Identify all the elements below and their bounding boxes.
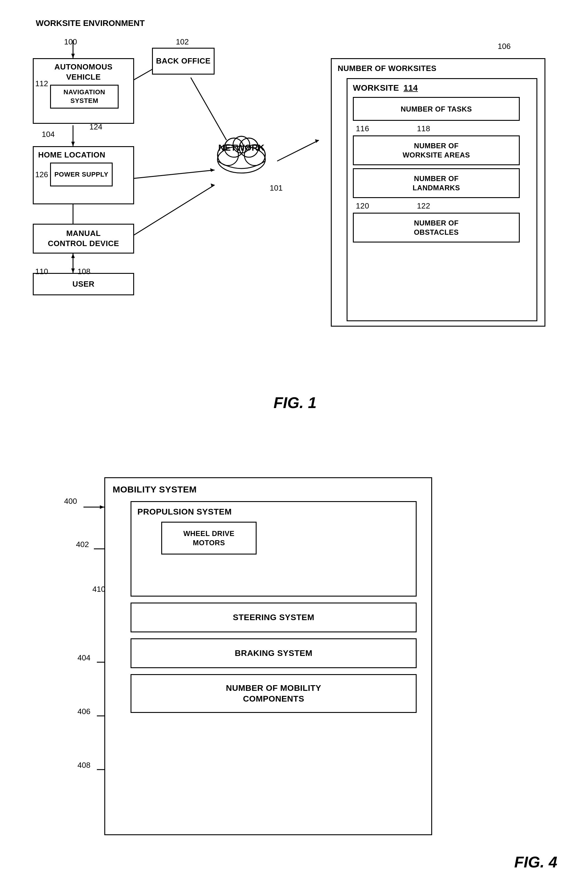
num-tasks-box: NUMBER OF TASKS bbox=[353, 97, 520, 121]
navigation-system-box: NAVIGATION SYSTEM bbox=[50, 85, 118, 108]
svg-marker-18 bbox=[211, 184, 214, 187]
svg-line-14 bbox=[191, 78, 226, 140]
autonomous-vehicle-box: AUTONOMOUS VEHICLE NAVIGATION SYSTEM bbox=[33, 58, 134, 124]
num-landmarks-box: NUMBER OF LANDMARKS bbox=[353, 168, 520, 198]
svg-line-15 bbox=[128, 170, 214, 179]
worksite-box: WORKSITE 114 NUMBER OF TASKS 116 118 NUM… bbox=[346, 78, 537, 321]
manual-control-box: MANUAL CONTROL DEVICE bbox=[33, 224, 134, 254]
ref-110: 110 bbox=[35, 267, 48, 276]
ref-116: 116 bbox=[356, 124, 369, 134]
ref-408: 408 bbox=[78, 761, 90, 770]
page: WORKSITE ENVIRONMENT 100 AUTONOMOUS VEHI… bbox=[0, 0, 588, 888]
ref-102: 102 bbox=[176, 37, 189, 47]
ref-106: 106 bbox=[498, 42, 510, 51]
num-mobility-components-box: NUMBER OF MOBILITY COMPONENTS bbox=[130, 674, 417, 713]
ref-112: 112 bbox=[35, 79, 48, 88]
ref-406: 406 bbox=[78, 707, 90, 716]
ref-101: 101 bbox=[270, 184, 282, 193]
ref-120: 120 bbox=[356, 201, 369, 211]
num-obstacles-box: NUMBER OF OBSTACLES bbox=[353, 213, 520, 242]
wheel-drive-motors-box: WHEEL DRIVE MOTORS bbox=[161, 522, 256, 554]
ref-118: 118 bbox=[417, 124, 430, 134]
ref-124: 124 bbox=[89, 122, 102, 131]
ref-410: 410 bbox=[92, 585, 105, 594]
ref-114: 114 bbox=[404, 83, 418, 93]
svg-marker-1 bbox=[71, 54, 75, 58]
cloud-svg bbox=[208, 131, 274, 179]
ref-400: 400 bbox=[64, 497, 77, 506]
mobility-system-box: MOBILITY SYSTEM PROPULSION SYSTEM WHEEL … bbox=[104, 477, 432, 835]
svg-marker-20 bbox=[315, 139, 319, 143]
braking-system-box: BRAKING SYSTEM bbox=[130, 638, 417, 668]
steering-system-box: STEERING SYSTEM bbox=[130, 602, 417, 632]
fig1-title: FIG. 1 bbox=[18, 394, 572, 412]
fig4-container: MOBILITY SYSTEM PROPULSION SYSTEM WHEEL … bbox=[18, 447, 572, 874]
ref-100: 100 bbox=[64, 37, 77, 47]
svg-line-19 bbox=[277, 140, 319, 161]
svg-marker-13 bbox=[71, 268, 75, 273]
ref-108: 108 bbox=[78, 267, 90, 276]
ref-404: 404 bbox=[78, 653, 90, 662]
fig1-container: WORKSITE ENVIRONMENT 100 AUTONOMOUS VEHI… bbox=[18, 12, 572, 415]
ref-402: 402 bbox=[76, 540, 89, 549]
svg-marker-12 bbox=[71, 254, 75, 258]
back-office-box: BACK OFFICE bbox=[152, 48, 214, 75]
num-worksite-areas-box: NUMBER OF WORKSITE AREAS bbox=[353, 135, 520, 165]
worksite-env-label: WORKSITE ENVIRONMENT bbox=[36, 18, 145, 29]
ref-122: 122 bbox=[417, 201, 430, 211]
propulsion-system-box: PROPULSION SYSTEM WHEEL DRIVE MOTORS bbox=[130, 501, 417, 597]
ref-126: 126 bbox=[35, 170, 48, 179]
num-worksites-box: NUMBER OF WORKSITES WORKSITE 114 NUMBER … bbox=[331, 58, 545, 327]
svg-line-17 bbox=[128, 185, 214, 239]
ref-104: 104 bbox=[42, 130, 54, 139]
power-supply-box: POWER SUPPLY bbox=[50, 163, 112, 187]
svg-marker-6 bbox=[71, 142, 75, 146]
fig4-title: FIG. 4 bbox=[514, 853, 557, 871]
network-cloud: NETWORK bbox=[208, 131, 274, 180]
svg-marker-42 bbox=[100, 505, 104, 509]
user-box: USER bbox=[33, 273, 134, 295]
